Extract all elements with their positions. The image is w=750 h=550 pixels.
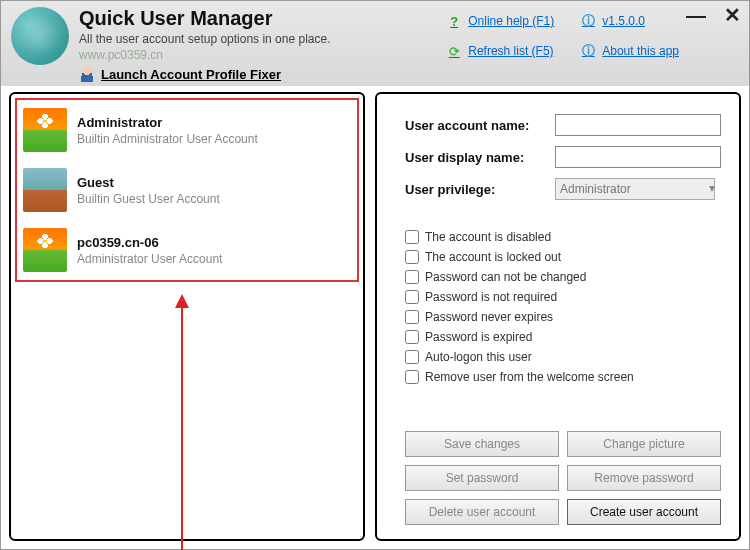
user-list-panel: Administrator Builtin Administrator User…	[9, 92, 365, 541]
change-picture-button[interactable]: Change picture	[567, 431, 721, 457]
minimize-button[interactable]: —	[685, 5, 707, 27]
account-name-input[interactable]	[555, 114, 721, 136]
list-item[interactable]: Administrator Builtin Administrator User…	[17, 100, 357, 160]
launch-link-label: Launch Account Profile Fixer	[101, 67, 281, 82]
privilege-label: User privilege:	[405, 182, 555, 197]
save-changes-button[interactable]: Save changes	[405, 431, 559, 457]
online-help-link[interactable]: ?Online help (F1)	[446, 13, 554, 29]
watermark-text: www.pc0359.cn	[79, 48, 331, 62]
check-locked[interactable]: The account is locked out	[405, 250, 721, 264]
user-name: pc0359.cn-06	[77, 235, 222, 250]
user-desc: Builtin Guest User Account	[77, 192, 220, 206]
check-pw-neverexpires[interactable]: Password never expires	[405, 310, 721, 324]
info-icon: ⓘ	[580, 13, 596, 29]
create-user-button[interactable]: Create user account	[567, 499, 721, 525]
app-subtitle: All the user account setup options in on…	[79, 32, 331, 46]
check-remove-welcome[interactable]: Remove user from the welcome screen	[405, 370, 721, 384]
version-link[interactable]: ⓘv1.5.0.0	[580, 13, 679, 29]
list-item[interactable]: Guest Builtin Guest User Account	[17, 160, 357, 220]
main-body: Administrator Builtin Administrator User…	[1, 86, 749, 549]
user-name: Guest	[77, 175, 220, 190]
about-app-link[interactable]: ⓘAbout this app	[580, 43, 679, 59]
avatar	[23, 168, 67, 212]
checkbox[interactable]	[405, 310, 419, 324]
checkbox[interactable]	[405, 230, 419, 244]
app-title: Quick User Manager	[79, 7, 331, 30]
set-password-button[interactable]: Set password	[405, 465, 559, 491]
delete-user-button[interactable]: Delete user account	[405, 499, 559, 525]
refresh-icon: ⟳	[446, 43, 462, 59]
user-list: Administrator Builtin Administrator User…	[15, 98, 359, 282]
remove-password-button[interactable]: Remove password	[567, 465, 721, 491]
header-link-group: ?Online help (F1) ⓘv1.5.0.0 ⟳Refresh lis…	[446, 13, 679, 59]
avatar	[23, 108, 67, 152]
avatar	[23, 228, 67, 272]
display-name-input[interactable]	[555, 146, 721, 168]
list-item[interactable]: pc0359.cn-06 Administrator User Account	[17, 220, 357, 280]
check-disabled[interactable]: The account is disabled	[405, 230, 721, 244]
privilege-select[interactable]	[555, 178, 715, 200]
info-icon: ⓘ	[580, 43, 596, 59]
display-name-label: User display name:	[405, 150, 555, 165]
user-desc: Builtin Administrator User Account	[77, 132, 258, 146]
annotation-arrow-icon	[181, 304, 183, 550]
checkbox[interactable]	[405, 270, 419, 284]
user-name: Administrator	[77, 115, 258, 130]
check-pw-nochange[interactable]: Password can not be changed	[405, 270, 721, 284]
refresh-list-link[interactable]: ⟳Refresh list (F5)	[446, 43, 554, 59]
checkbox[interactable]	[405, 290, 419, 304]
app-logo-icon	[11, 7, 69, 65]
button-group: Save changes Change picture Set password…	[405, 413, 721, 525]
checkbox[interactable]	[405, 350, 419, 364]
check-autologon[interactable]: Auto-logon this user	[405, 350, 721, 364]
user-detail-panel: User account name: User display name: Us…	[375, 92, 741, 541]
check-pw-notrequired[interactable]: Password is not required	[405, 290, 721, 304]
checkbox[interactable]	[405, 370, 419, 384]
checkbox-group: The account is disabled The account is l…	[405, 230, 721, 384]
checkbox[interactable]	[405, 330, 419, 344]
person-icon	[79, 66, 95, 82]
app-window: Quick User Manager All the user account …	[0, 0, 750, 550]
close-button[interactable]: ✕	[721, 5, 743, 27]
launch-profile-fixer-link[interactable]: Launch Account Profile Fixer	[79, 66, 331, 82]
check-pw-expired[interactable]: Password is expired	[405, 330, 721, 344]
user-desc: Administrator User Account	[77, 252, 222, 266]
checkbox[interactable]	[405, 250, 419, 264]
account-name-label: User account name:	[405, 118, 555, 133]
help-icon: ?	[446, 13, 462, 29]
header: Quick User Manager All the user account …	[1, 1, 749, 86]
